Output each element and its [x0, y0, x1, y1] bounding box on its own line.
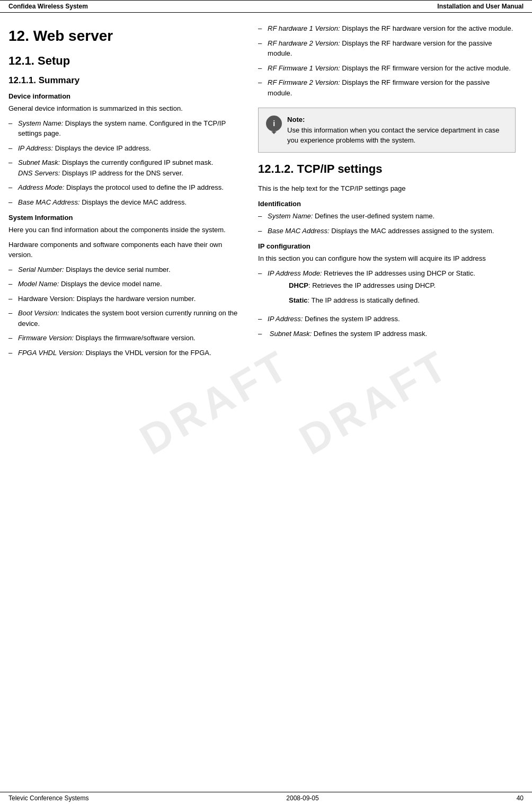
- device-info-list: – System Name: Displays the system name.…: [8, 118, 245, 208]
- footer-right: 40: [517, 794, 524, 802]
- rf-version-list: – RF hardware 1 Version: Displays the RF…: [258, 23, 516, 98]
- list-item: – RF hardware 1 Version: Displays the RF…: [258, 23, 516, 34]
- right-column: – RF hardware 1 Version: Displays the RF…: [258, 23, 516, 362]
- page-footer: Televic Conference Systems 2008-09-05 40: [0, 792, 532, 804]
- list-item: – IP Address Mode: Retrieves the IP addr…: [258, 268, 516, 310]
- ip-config-heading: IP configuration: [258, 242, 516, 250]
- list-item: Static: The IP address is statically def…: [289, 295, 516, 306]
- list-item: – Firmware Version: Displays the firmwar…: [8, 333, 245, 343]
- tcp-ip-intro: This is the help text for the TCP/IP set…: [258, 183, 516, 194]
- list-item: – Subnet Mask: Defines the system IP add…: [258, 329, 516, 339]
- chapter-title: 12. Web server: [8, 28, 245, 45]
- ip-mode-sublist: DHCP: Retrieves the IP addresses using D…: [289, 280, 516, 305]
- header-left: Confidea Wireless System: [8, 3, 88, 10]
- device-info-heading: Device information: [8, 92, 245, 100]
- list-item: – Base MAC Address: Displays the device …: [8, 197, 245, 208]
- ip-config-intro: In this section you can configure how th…: [258, 253, 516, 264]
- header-right: Installation and User Manual: [437, 3, 524, 10]
- ip-config-list: – IP Address Mode: Retrieves the IP addr…: [258, 268, 516, 339]
- device-info-intro: General device information is summarized…: [8, 103, 245, 114]
- list-item: – Address Mode: Displays the protocol us…: [8, 182, 245, 193]
- system-info-intro1: Here you can find information about the …: [8, 225, 245, 235]
- list-item: – RF hardware 2 Version: Displays the RF…: [258, 38, 516, 59]
- system-info-intro2: Hardware components and software compone…: [8, 240, 245, 260]
- list-item: – Hardware Version: Displays the hardwar…: [8, 294, 245, 304]
- list-item: – Subnet Mask: Displays the currently co…: [8, 157, 245, 178]
- list-item: – RF Firmware 1 Version: Displays the RF…: [258, 63, 516, 74]
- note-text: Use this information when you contact th…: [287, 126, 499, 145]
- list-item: – FPGA VHDL Version: Displays the VHDL v…: [8, 348, 245, 358]
- list-item: – Base MAC Address: Displays the MAC add…: [258, 226, 516, 236]
- section-12-1-2-title: 12.1.2. TCP/IP settings: [258, 162, 516, 176]
- list-item: DHCP: Retrieves the IP addresses using D…: [289, 280, 516, 291]
- list-item: – Boot Version: Indicates the system boo…: [8, 308, 245, 329]
- page-header: Confidea Wireless System Installation an…: [0, 0, 532, 13]
- list-item: – IP Address: Displays the device IP add…: [8, 143, 245, 154]
- system-info-heading: System Information: [8, 214, 245, 222]
- identification-heading: Identification: [258, 200, 516, 208]
- identification-list: – System Name: Defines the user-defined …: [258, 211, 516, 236]
- note-icon: i: [266, 116, 282, 131]
- page-content: 12. Web server 12.1. Setup 12.1.1. Summa…: [0, 13, 532, 394]
- note-box: i Note: Use this information when you co…: [258, 108, 516, 153]
- list-item: – System Name: Defines the user-defined …: [258, 211, 516, 222]
- footer-center: 2008-09-05: [88, 794, 516, 802]
- note-label: Note:: [287, 116, 305, 123]
- section-12-1-1-title: 12.1.1. Summary: [8, 75, 245, 86]
- list-item: – Serial Number: Displays the device ser…: [8, 264, 245, 275]
- left-column: 12. Web server 12.1. Setup 12.1.1. Summa…: [8, 23, 245, 362]
- list-item: – RF Firmware 2 Version: Displays the RF…: [258, 77, 516, 98]
- system-info-list: – Serial Number: Displays the device ser…: [8, 264, 245, 358]
- list-item: – System Name: Displays the system name.…: [8, 118, 245, 139]
- list-item: – Model Name: Displays the device model …: [8, 279, 245, 289]
- section-12-1-title: 12.1. Setup: [8, 54, 245, 68]
- list-item: – IP Address: Defines the system IP addr…: [258, 314, 516, 324]
- note-content: Note: Use this information when you cont…: [287, 114, 508, 146]
- footer-left: Televic Conference Systems: [8, 794, 88, 802]
